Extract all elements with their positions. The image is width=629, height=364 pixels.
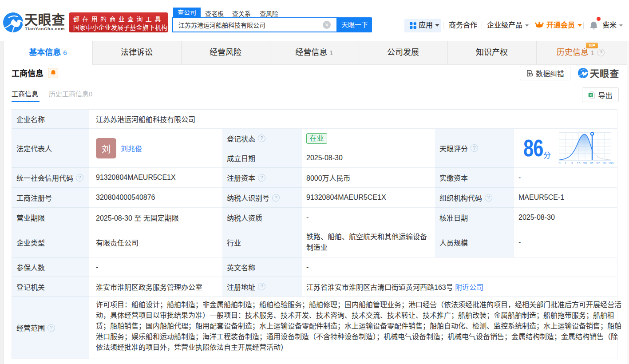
svg-text:100: 100 [608, 162, 613, 165]
svg-text:1: 1 [565, 162, 566, 165]
svg-text:85: 85 [590, 162, 593, 165]
svg-text:50: 50 [583, 162, 587, 165]
svg-text:97: 97 [596, 162, 600, 165]
svg-text:15: 15 [577, 162, 581, 165]
svg-text:99: 99 [603, 162, 606, 165]
svg-text:0: 0 [559, 162, 561, 165]
svg-text:3: 3 [571, 162, 573, 165]
